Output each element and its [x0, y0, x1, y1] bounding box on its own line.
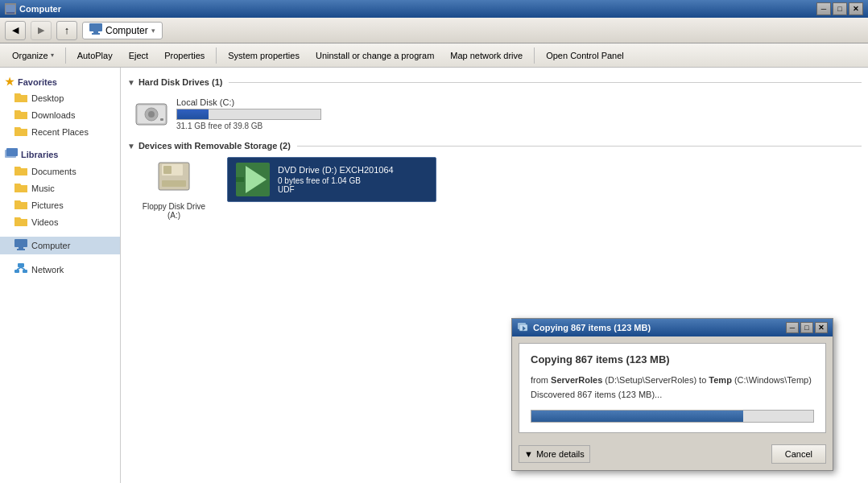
svg-rect-11 [14, 270, 19, 273]
removable-section-header: ▼ Devices with Removable Storage (2) [127, 141, 862, 151]
sidebar: ★ Favorites Desktop Downloads Recent Pla… [0, 68, 121, 483]
title-bar-buttons: ─ □ ✕ [816, 2, 863, 15]
sidebar-item-documents[interactable]: Documents [0, 163, 120, 180]
recent-places-icon [14, 126, 27, 138]
computer-small-icon [89, 23, 102, 37]
cancel-button[interactable]: Cancel [771, 444, 826, 464]
dvd-icon [236, 163, 270, 196]
dialog-maximize-button[interactable]: □ [800, 322, 813, 333]
back-button[interactable]: ◀ [5, 21, 26, 40]
computer-label: Computer [31, 241, 70, 250]
sidebar-item-music[interactable]: Music [0, 180, 120, 196]
window-icon [5, 3, 16, 14]
sidebar-item-videos[interactable]: Videos [0, 213, 120, 230]
sidebar-item-pictures[interactable]: Pictures [0, 196, 120, 213]
toolbar-separator-3 [534, 47, 535, 64]
local-disk-free: 31.1 GB free of 39.8 GB [176, 122, 854, 130]
address-arrow-icon: ▾ [151, 27, 155, 35]
downloads-folder-icon [14, 109, 27, 121]
dialog-minimize-button[interactable]: ─ [786, 322, 799, 333]
address-label: Computer [105, 25, 148, 36]
more-details-button[interactable]: ▼ More details [519, 445, 590, 463]
dialog-progress-bar [531, 410, 814, 423]
dialog-from-text: from ServerRoles (D:\Setup\ServerRoles) … [531, 374, 814, 402]
libraries-header[interactable]: Libraries [0, 147, 120, 163]
autoplay-button[interactable]: AutoPlay [70, 46, 120, 65]
downloads-label: Downloads [31, 110, 75, 120]
close-button[interactable]: ✕ [849, 2, 863, 15]
hard-disk-section-header: ▼ Hard Disk Drives (1) [127, 77, 862, 87]
favorites-label: Favorites [18, 77, 57, 87]
svg-rect-8 [19, 247, 23, 249]
pictures-label: Pictures [31, 200, 64, 210]
computer-section: Computer [0, 237, 120, 254]
toolbar: Organize ▾ AutoPlay Eject Properties Sys… [0, 43, 868, 68]
system-properties-button[interactable]: System properties [221, 46, 307, 65]
more-details-label: More details [536, 449, 585, 459]
dvd-drive-free: 0 bytes free of 1.04 GB [278, 176, 394, 185]
dialog-main-title: Copying 867 items (123 MB) [531, 353, 814, 365]
sidebar-item-computer[interactable]: Computer [0, 237, 120, 254]
svg-rect-9 [17, 249, 25, 250]
removable-collapse-icon[interactable]: ▼ [127, 142, 135, 151]
sidebar-item-network[interactable]: Network [0, 261, 120, 279]
dialog-from-label: from [531, 375, 548, 385]
dialog-dest-path: (C:\Windows\Temp) [732, 375, 812, 385]
up-button[interactable]: ↑ [56, 21, 77, 40]
removable-section-divider [297, 146, 862, 147]
dialog-to-label: to [696, 375, 709, 385]
floppy-disk-item[interactable]: Floppy Disk Drive (A:) [134, 157, 214, 225]
favorites-section: ★ Favorites Desktop Downloads Recent Pla… [0, 74, 120, 140]
libraries-label: Libraries [21, 150, 58, 159]
properties-button[interactable]: Properties [157, 46, 212, 65]
uninstall-button[interactable]: Uninstall or change a program [308, 46, 441, 65]
address-bar: ◀ ▶ ↑ Computer ▾ [0, 18, 868, 43]
local-disk-bar [176, 109, 321, 120]
dialog-footer: ▼ More details Cancel [512, 440, 833, 470]
address-pill[interactable]: Computer ▾ [82, 22, 163, 39]
dvd-drive-fs: UDF [278, 185, 394, 194]
documents-icon [14, 165, 27, 177]
forward-button[interactable]: ▶ [31, 21, 52, 40]
dvd-info: DVD Drive (D:) EXCH201064 0 bytes free o… [278, 165, 394, 194]
favorites-star-icon: ★ [5, 76, 14, 88]
floppy-disk-name: Floppy Disk Drive (A:) [138, 202, 210, 220]
minimize-button[interactable]: ─ [816, 2, 831, 15]
dialog-source-bold: ServerRoles [551, 375, 602, 385]
cancel-label: Cancel [785, 449, 812, 459]
sidebar-item-desktop[interactable]: Desktop [0, 89, 120, 106]
local-disk-name: Local Disk (C:) [176, 97, 854, 107]
dialog-source-path: (D:\Setup\ServerRoles) [602, 375, 696, 385]
svg-rect-7 [14, 239, 27, 247]
svg-line-13 [17, 267, 21, 270]
favorites-header[interactable]: ★ Favorites [0, 74, 120, 89]
map-network-button[interactable]: Map network drive [443, 46, 530, 65]
dialog-title-icon [517, 322, 528, 333]
local-disk-item[interactable]: Local Disk (C:) 31.1 GB free of 39.8 GB [127, 93, 862, 134]
desktop-folder-icon [14, 92, 27, 104]
dialog-close-button[interactable]: ✕ [815, 322, 828, 333]
dvd-drive-name: DVD Drive (D:) EXCH201064 [278, 165, 394, 175]
section-collapse-icon[interactable]: ▼ [127, 78, 135, 87]
network-icon [14, 263, 27, 276]
toolbar-separator-2 [216, 47, 217, 64]
title-bar: Computer ─ □ ✕ [0, 0, 868, 18]
window-title: Computer [19, 4, 61, 14]
svg-rect-6 [6, 148, 18, 156]
local-disk-info: Local Disk (C:) 31.1 GB free of 39.8 GB [176, 97, 854, 130]
copy-dialog: Copying 867 items (123 MB) ─ □ ✕ Copying… [511, 318, 833, 471]
control-panel-button[interactable]: Open Control Panel [539, 46, 631, 65]
svg-rect-2 [89, 23, 102, 31]
videos-icon [14, 216, 27, 228]
network-label: Network [31, 265, 64, 275]
organize-button[interactable]: Organize ▾ [5, 46, 61, 65]
sidebar-item-downloads[interactable]: Downloads [0, 106, 120, 123]
eject-button[interactable]: Eject [122, 46, 155, 65]
dvd-drive-item[interactable]: DVD Drive (D:) EXCH201064 0 bytes free o… [227, 157, 436, 202]
dialog-title: Copying 867 items (123 MB) [533, 323, 651, 332]
libraries-section: Libraries Documents Music Pictures Video… [0, 147, 120, 230]
maximize-button[interactable]: □ [833, 2, 847, 15]
removable-section-title: Devices with Removable Storage (2) [138, 141, 291, 151]
section-divider [229, 82, 862, 83]
sidebar-item-recent-places[interactable]: Recent Places [0, 123, 120, 140]
